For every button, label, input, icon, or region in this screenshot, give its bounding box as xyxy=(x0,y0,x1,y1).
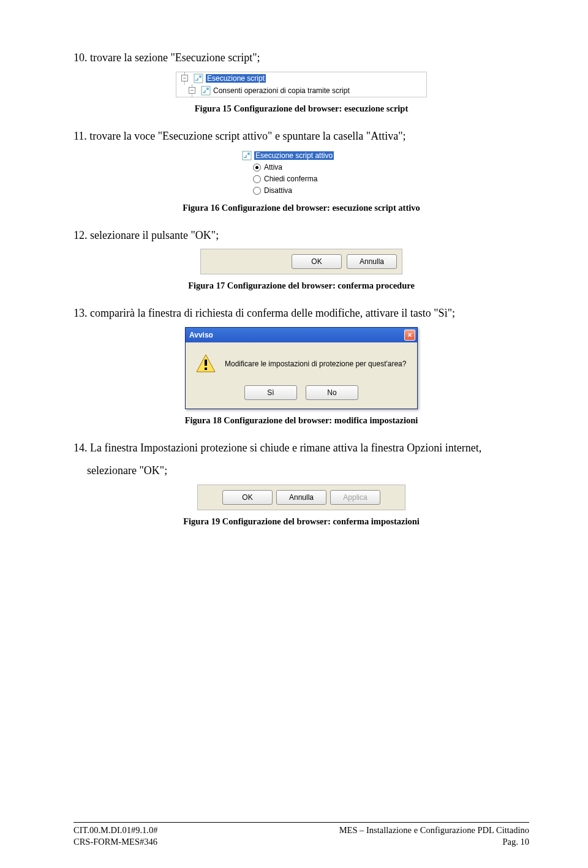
svg-point-5 xyxy=(247,153,250,155)
figure-15-caption: Figura 15 Configurazione del browser: es… xyxy=(74,104,529,114)
radio-chiedi-conferma[interactable]: Chiedi conferma xyxy=(231,173,372,185)
step-12: 12. selezionare il pulsante "OK"; xyxy=(74,227,529,244)
figure-16-caption: Figura 16 Configurazione del browser: es… xyxy=(74,203,529,213)
tree-item-label: Esecuzione script xyxy=(206,74,266,83)
radio-label: Disattiva xyxy=(264,186,292,195)
tree-item-label: Consenti operazioni di copia tramite scr… xyxy=(213,86,350,95)
footer-code-2: CRS-FORM-MES#346 xyxy=(74,836,157,848)
tree-item-label: Esecuzione script attivo xyxy=(254,151,334,160)
step-13: 13. comparirà la finestra di richiesta d… xyxy=(74,304,529,322)
figure-19-caption: Figura 19 Configurazione del browser: co… xyxy=(74,516,529,527)
radio-disattiva[interactable]: Disattiva xyxy=(231,185,372,197)
radio-label: Chiedi conferma xyxy=(264,175,317,183)
apply-button: Applica xyxy=(330,490,380,505)
step-14-line1: 14. La finestra Impostazioni protezione … xyxy=(74,439,529,457)
close-icon[interactable]: × xyxy=(404,330,415,341)
figure-18-dialog: Avviso × Modificare le impostazioni di p… xyxy=(185,327,418,409)
ok-button[interactable]: OK xyxy=(222,490,273,505)
figure-18-caption: Figura 18 Configurazione del browser: mo… xyxy=(74,415,529,426)
svg-rect-4 xyxy=(243,151,251,160)
radio-attiva[interactable]: Attiva xyxy=(231,162,372,173)
radio-label: Attiva xyxy=(264,163,282,172)
svg-rect-7 xyxy=(205,360,207,366)
step-10: 10. trovare la sezione "Esecuzione scrip… xyxy=(74,49,529,67)
yes-button[interactable]: Sì xyxy=(244,385,297,400)
ok-button[interactable]: OK xyxy=(292,254,342,269)
figure-15-tree: − Esecuzione script − Consenti operazion… xyxy=(176,72,427,97)
dialog-message: Modificare le impostazioni di protezione… xyxy=(225,360,406,368)
step-14-line2: selezionare "OK"; xyxy=(74,462,529,480)
script-icon xyxy=(242,151,252,160)
figure-17-caption: Figura 17 Configurazione del browser: co… xyxy=(74,281,529,291)
footer-page-num: Pag. 10 xyxy=(503,836,530,848)
script-icon xyxy=(194,74,203,83)
radio-icon xyxy=(253,175,261,183)
svg-point-1 xyxy=(199,75,202,78)
page-footer: CIT.00.M.DI.01#9.1.0# MES – Installazion… xyxy=(0,822,588,848)
figure-17-buttons: OK Annulla xyxy=(200,249,402,274)
no-button[interactable]: No xyxy=(306,385,358,400)
radio-icon xyxy=(253,187,261,195)
svg-point-3 xyxy=(206,88,209,90)
figure-19-buttons: OK Annulla Applica xyxy=(197,485,405,510)
step-11: 11. trovare la voce "Esecuzione script a… xyxy=(74,127,529,145)
dialog-titlebar: Avviso × xyxy=(186,328,417,342)
svg-rect-2 xyxy=(202,86,210,95)
svg-rect-0 xyxy=(194,74,203,83)
warning-icon xyxy=(195,353,216,374)
cancel-button[interactable]: Annulla xyxy=(276,490,326,505)
cancel-button[interactable]: Annulla xyxy=(347,254,397,269)
footer-doc-title: MES – Installazione e Configurazione PDL… xyxy=(339,825,529,837)
footer-code-1: CIT.00.M.DI.01#9.1.0# xyxy=(74,825,157,837)
script-icon xyxy=(201,86,211,96)
svg-rect-8 xyxy=(205,368,207,370)
dialog-title: Avviso xyxy=(189,331,213,339)
figure-16-tree: Esecuzione script attivo Attiva Chiedi c… xyxy=(231,150,372,197)
radio-icon xyxy=(253,164,261,172)
